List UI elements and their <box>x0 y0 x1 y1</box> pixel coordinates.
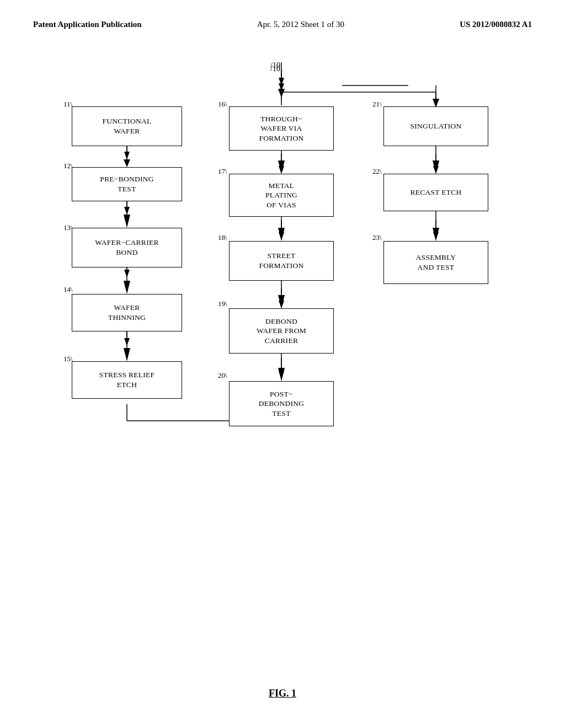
svg-marker-47 <box>278 160 285 174</box>
svg-marker-44 <box>124 348 130 361</box>
label-20: 20\ <box>218 371 227 380</box>
header-left: Patent Application Publication <box>33 20 142 29</box>
label-14: 14\ <box>63 285 73 294</box>
page-header: Patent Application Publication Apr. 5, 2… <box>0 0 565 29</box>
header-right: US 2012/0080832 A1 <box>460 20 532 29</box>
svg-marker-40 <box>124 215 130 228</box>
svg-marker-19 <box>279 371 284 379</box>
svg-marker-42 <box>124 281 130 294</box>
box-11: FUNCTIONALWAFER <box>72 106 182 146</box>
box-20: POST−DEBONDINGTEST <box>229 381 334 426</box>
box-22: RECAST ETCH <box>383 174 488 211</box>
header-center: Apr. 5, 2012 Sheet 1 of 30 <box>257 20 344 29</box>
svg-marker-13 <box>279 166 284 174</box>
label-23: 23\ <box>372 233 382 242</box>
svg-marker-49 <box>278 228 285 241</box>
box-16: THROUGH−WAFER VIAFORMATION <box>229 106 334 151</box>
svg-marker-53 <box>278 368 285 381</box>
label-11: 11\ <box>63 100 72 109</box>
box-23: ASSEMBLYAND TEST <box>383 241 488 284</box>
svg-marker-5 <box>124 207 130 215</box>
svg-marker-3 <box>124 152 130 159</box>
svg-marker-57 <box>433 228 439 241</box>
svg-marker-38 <box>124 159 130 167</box>
box-15: STRESS RELIEFETCH <box>72 361 182 399</box>
svg-marker-51 <box>278 295 285 308</box>
box-17: METALPLATINGOF VIAS <box>229 174 334 217</box>
label-21: 21\ <box>372 100 382 109</box>
box-12: PRE−BONDINGTEST <box>72 167 182 201</box>
figure-caption: FIG. 1 <box>269 688 296 699</box>
svg-marker-27 <box>279 83 284 91</box>
box-18: STREETFORMATION <box>229 241 334 281</box>
svg-marker-22 <box>433 166 439 174</box>
box-14: WAFERTHINNING <box>72 294 182 331</box>
entry-label: /10 <box>270 61 280 70</box>
label-16: 16\ <box>218 100 227 109</box>
svg-marker-15 <box>279 232 284 240</box>
svg-marker-33 <box>278 89 285 98</box>
label-18: 18\ <box>218 233 227 242</box>
label-22: 22\ <box>372 167 382 176</box>
box-19: DEBONDWAFER FROMCARRIER <box>229 308 334 354</box>
label-17: 17\ <box>218 167 227 176</box>
label-19: 19\ <box>218 299 227 308</box>
svg-marker-7 <box>124 270 130 277</box>
svg-marker-9 <box>124 338 130 346</box>
box-21: SINGULATION <box>383 106 488 146</box>
svg-marker-17 <box>279 301 284 308</box>
diagram-area: /10 <box>0 46 565 652</box>
box-13: WAFER−CARRIERBOND <box>72 228 182 267</box>
svg-marker-55 <box>433 160 439 174</box>
svg-marker-24 <box>433 232 439 240</box>
svg-marker-1 <box>279 78 284 85</box>
